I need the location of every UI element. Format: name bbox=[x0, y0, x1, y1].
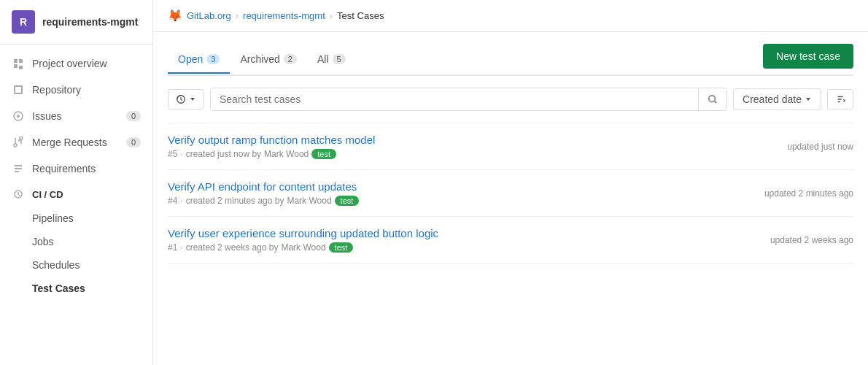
tc-sep-2: · bbox=[180, 196, 182, 206]
issues-badge: 0 bbox=[126, 111, 141, 121]
history-icon bbox=[176, 94, 186, 104]
breadcrumb-current: Test Cases bbox=[337, 10, 384, 21]
sidebar-item-jobs[interactable]: Jobs bbox=[0, 230, 152, 253]
tab-all[interactable]: All 5 bbox=[307, 46, 356, 74]
chevron-down-icon bbox=[805, 96, 812, 103]
tc-title-3[interactable]: Verify user experience surrounding updat… bbox=[168, 227, 756, 239]
breadcrumb-sep-1: › bbox=[236, 10, 239, 21]
main-content: 🦊 GitLab.org › requirements-mgmt › Test … bbox=[153, 0, 868, 365]
table-row: Verify user experience surrounding updat… bbox=[168, 217, 853, 264]
tc-created-3: created 2 weeks ago by bbox=[186, 242, 279, 253]
svg-point-1 bbox=[17, 115, 20, 118]
tabs-row: Open 3 Archived 2 All 5 New test case bbox=[168, 44, 853, 76]
sidebar-item-label-project-overview: Project overview bbox=[32, 58, 107, 69]
sort-order-icon bbox=[835, 94, 845, 104]
sort-label: Created date bbox=[743, 93, 802, 105]
sidebar-item-label-jobs: Jobs bbox=[32, 236, 54, 247]
sidebar-item-label-requirements: Requirements bbox=[32, 163, 96, 174]
tab-archived-label: Archived bbox=[240, 53, 279, 65]
toolbar: Created date bbox=[168, 88, 853, 111]
sidebar-item-merge-requests[interactable]: Merge Requests 0 bbox=[0, 129, 152, 155]
table-row: Verify API endpoint for content updates … bbox=[168, 170, 853, 217]
brand-name: requirements-mgmt bbox=[42, 16, 138, 28]
tc-time-1: updated just now bbox=[787, 142, 853, 152]
search-button[interactable] bbox=[698, 88, 726, 110]
sidebar: R requirements-mgmt Project overview Rep… bbox=[0, 0, 153, 365]
breadcrumb-sep-2: › bbox=[330, 10, 333, 21]
tc-title-1[interactable]: Verify output ramp function matches mode… bbox=[168, 134, 772, 146]
sidebar-item-schedules[interactable]: Schedules bbox=[0, 253, 152, 277]
merge-requests-badge: 0 bbox=[126, 137, 141, 147]
project-icon bbox=[12, 57, 25, 70]
tc-author-1: Mark Wood bbox=[264, 149, 309, 159]
issues-icon bbox=[12, 110, 25, 123]
sidebar-item-label-issues: Issues bbox=[32, 110, 61, 122]
tc-meta-1: #5 · created just now by Mark Wood test bbox=[168, 149, 772, 159]
gitlab-fox-icon: 🦊 bbox=[168, 9, 182, 23]
history-button[interactable] bbox=[168, 89, 204, 110]
sidebar-nav: Project overview Repository Issues 0 bbox=[0, 45, 152, 365]
tc-left-1: Verify output ramp function matches mode… bbox=[168, 134, 772, 159]
sidebar-item-project-overview[interactable]: Project overview bbox=[0, 50, 152, 77]
sidebar-item-pipelines[interactable]: Pipelines bbox=[0, 207, 152, 230]
table-row: Verify output ramp function matches mode… bbox=[168, 123, 853, 170]
sidebar-section-cicd[interactable]: CI / CD bbox=[0, 182, 152, 207]
tc-number-3: #1 bbox=[168, 242, 177, 253]
tc-author-3: Mark Wood bbox=[281, 242, 325, 253]
sidebar-item-test-cases[interactable]: Test Cases bbox=[0, 277, 152, 300]
tc-sep-3: · bbox=[180, 242, 182, 253]
tc-badge-3: test bbox=[329, 242, 354, 253]
sidebar-item-label-schedules: Schedules bbox=[32, 259, 80, 271]
tc-number-2: #4 bbox=[168, 196, 177, 206]
tab-archived-count: 2 bbox=[284, 54, 297, 64]
content-area: Open 3 Archived 2 All 5 New test case bbox=[153, 32, 868, 365]
tc-meta-2: #4 · created 2 minutes ago by Mark Wood … bbox=[168, 196, 750, 206]
sidebar-item-label-pipelines: Pipelines bbox=[32, 212, 74, 224]
req-icon bbox=[12, 162, 25, 175]
tc-badge-1: test bbox=[311, 149, 336, 159]
sidebar-item-repository[interactable]: Repository bbox=[0, 77, 152, 103]
mr-icon bbox=[12, 136, 25, 149]
sidebar-item-label-repository: Repository bbox=[32, 84, 81, 96]
cicd-icon bbox=[12, 188, 25, 201]
cicd-label: CI / CD bbox=[32, 189, 63, 200]
new-test-case-button[interactable]: New test case bbox=[763, 44, 853, 69]
tab-all-label: All bbox=[317, 53, 329, 65]
breadcrumb-project[interactable]: requirements-mgmt bbox=[243, 10, 325, 21]
test-case-list: Verify output ramp function matches mode… bbox=[168, 123, 853, 264]
sidebar-item-label-merge-requests: Merge Requests bbox=[32, 137, 107, 148]
sidebar-item-issues[interactable]: Issues 0 bbox=[0, 103, 152, 129]
breadcrumb: 🦊 GitLab.org › requirements-mgmt › Test … bbox=[153, 0, 868, 32]
breadcrumb-gitlab[interactable]: GitLab.org bbox=[187, 10, 231, 21]
tc-meta-3: #1 · created 2 weeks ago by Mark Wood te… bbox=[168, 242, 756, 253]
tab-open-count: 3 bbox=[206, 54, 220, 64]
sort-order-button[interactable] bbox=[827, 89, 853, 110]
history-chevron-icon bbox=[189, 96, 196, 103]
tc-time-3: updated 2 weeks ago bbox=[770, 235, 853, 245]
repo-icon bbox=[12, 83, 25, 96]
tab-open-label: Open bbox=[178, 53, 203, 65]
tc-sep-1: · bbox=[180, 149, 182, 159]
tc-time-2: updated 2 minutes ago bbox=[764, 188, 853, 199]
search-box[interactable] bbox=[210, 88, 727, 111]
sidebar-item-label-test-cases: Test Cases bbox=[32, 283, 85, 294]
sidebar-item-requirements[interactable]: Requirements bbox=[0, 155, 152, 182]
svg-point-4 bbox=[709, 96, 716, 102]
brand-avatar: R bbox=[12, 10, 35, 34]
search-icon bbox=[708, 94, 718, 104]
sort-dropdown[interactable]: Created date bbox=[733, 88, 821, 110]
search-input[interactable] bbox=[211, 88, 698, 110]
tc-number-1: #5 bbox=[168, 149, 177, 159]
tab-archived[interactable]: Archived 2 bbox=[230, 46, 307, 74]
brand[interactable]: R requirements-mgmt bbox=[0, 0, 152, 45]
tc-left-3: Verify user experience surrounding updat… bbox=[168, 227, 756, 253]
tc-badge-2: test bbox=[335, 196, 360, 206]
tc-created-2: created 2 minutes ago by bbox=[186, 196, 284, 206]
tab-all-count: 5 bbox=[333, 54, 346, 64]
tab-open[interactable]: Open 3 bbox=[168, 46, 230, 74]
tc-author-2: Mark Wood bbox=[287, 196, 331, 206]
tc-title-2[interactable]: Verify API endpoint for content updates bbox=[168, 180, 750, 193]
tc-left-2: Verify API endpoint for content updates … bbox=[168, 180, 750, 206]
tc-created-1: created just now by bbox=[186, 149, 261, 159]
